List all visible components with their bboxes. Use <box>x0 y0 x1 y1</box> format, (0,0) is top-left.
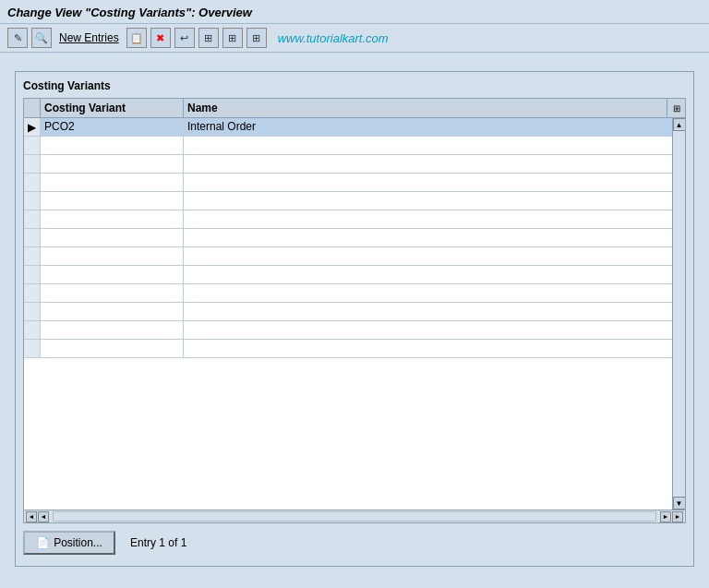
table-body: ▶ PCO2 Internal Order <box>24 118 672 510</box>
toolbar-btn-table3[interactable]: ⊞ <box>246 28 267 48</box>
horizontal-scroll-track[interactable] <box>53 511 656 522</box>
cell-costing-variant <box>41 266 184 283</box>
table-row <box>24 340 672 358</box>
table-row <box>24 137 672 155</box>
position-btn-label: Position... <box>54 536 102 549</box>
table-row <box>24 192 672 210</box>
scroll-down-arrow[interactable]: ▼ <box>673 497 686 510</box>
cell-costing-variant <box>41 210 184 228</box>
cell-name <box>184 321 672 339</box>
scroll-left-nav[interactable]: ◄ ◄ <box>24 510 51 522</box>
scroll-right-arrow[interactable]: ► <box>660 511 671 522</box>
cell-costing-variant <box>41 229 184 246</box>
table-row <box>24 266 672 284</box>
scroll-right-nav[interactable]: ► ► <box>658 510 685 522</box>
row-selector <box>24 229 41 246</box>
horizontal-scrollbar[interactable]: ◄ ◄ ► ► <box>24 510 685 522</box>
cell-name <box>184 266 672 283</box>
watermark: www.tutorialkart.com <box>278 31 389 45</box>
title-bar: Change View "Costing Variants": Overview <box>0 0 709 24</box>
toolbar-btn-undo[interactable]: ↩ <box>174 28 195 48</box>
cell-name <box>184 340 672 357</box>
table-row[interactable]: ▶ PCO2 Internal Order <box>24 118 672 137</box>
scroll-up-arrow[interactable]: ▲ <box>673 118 686 131</box>
page-title: Change View "Costing Variants": Overview <box>7 6 702 19</box>
row-selector <box>24 284 41 302</box>
main-content: Costing Variants Costing Variant Name ⊞ … <box>0 53 709 576</box>
row-selector <box>24 247 41 265</box>
cell-name[interactable]: Internal Order <box>184 118 672 136</box>
cell-name <box>184 210 672 228</box>
row-selector <box>24 155 41 173</box>
cell-name <box>184 192 672 210</box>
row-selector <box>24 174 41 191</box>
toolbar-btn-copy[interactable]: 📋 <box>126 28 147 48</box>
table-row <box>24 303 672 321</box>
cell-name <box>184 174 672 191</box>
toolbar-btn-table1[interactable]: ⊞ <box>198 28 219 48</box>
toolbar-btn-edit[interactable]: ✎ <box>7 28 28 48</box>
entry-info: Entry 1 of 1 <box>130 536 186 549</box>
cell-costing-variant <box>41 303 184 320</box>
new-entries-button[interactable]: New Entries <box>55 30 123 46</box>
cell-costing-variant <box>41 247 184 265</box>
row-selector <box>24 137 41 154</box>
table-row <box>24 229 672 247</box>
table-header: Costing Variant Name ⊞ <box>24 99 685 118</box>
toolbar-btn-search[interactable]: 🔍 <box>31 28 52 48</box>
row-selector <box>24 340 41 357</box>
scroll-left-arrow[interactable]: ◄ <box>38 511 49 522</box>
table-row <box>24 321 672 340</box>
cell-costing-variant <box>41 137 184 154</box>
table-row <box>24 210 672 229</box>
cell-costing-variant <box>41 155 184 173</box>
scroll-right-last-arrow[interactable]: ► <box>672 511 683 522</box>
toolbar-btn-delete[interactable]: ✖ <box>150 28 171 48</box>
row-selector <box>24 321 41 339</box>
position-button[interactable]: 📄 Position... <box>23 531 115 555</box>
costing-variants-panel: Costing Variants Costing Variant Name ⊞ … <box>15 71 694 567</box>
cell-name <box>184 284 672 302</box>
toolbar: ✎ 🔍 New Entries 📋 ✖ ↩ ⊞ ⊞ ⊞ www.tutorial… <box>0 24 709 53</box>
scroll-left-first-arrow[interactable]: ◄ <box>26 511 37 522</box>
cell-name <box>184 155 672 173</box>
cell-name <box>184 303 672 320</box>
panel-title: Costing Variants <box>23 79 686 92</box>
position-icon: 📄 <box>36 536 50 549</box>
table-row <box>24 247 672 266</box>
cell-costing-variant <box>41 284 184 302</box>
column-settings-button[interactable]: ⊞ <box>667 99 685 117</box>
col-header-name: Name <box>184 99 667 117</box>
data-table: Costing Variant Name ⊞ ▶ PCO2 Internal O… <box>23 98 686 523</box>
toolbar-btn-table2[interactable]: ⊞ <box>222 28 243 48</box>
vertical-scrollbar[interactable]: ▲ ▼ <box>672 118 685 510</box>
col-header-costing-variant: Costing Variant <box>41 99 184 117</box>
row-selector[interactable]: ▶ <box>24 118 41 136</box>
header-row-selector <box>24 99 41 117</box>
cell-costing-variant <box>41 174 184 191</box>
row-selector <box>24 210 41 228</box>
cell-costing-variant <box>41 321 184 339</box>
footer: 📄 Position... Entry 1 of 1 <box>23 523 686 558</box>
row-selector <box>24 266 41 283</box>
cell-name <box>184 229 672 246</box>
row-selector <box>24 303 41 320</box>
table-row <box>24 284 672 303</box>
cell-costing-variant <box>41 192 184 210</box>
row-selector <box>24 192 41 210</box>
cell-name <box>184 137 672 154</box>
table-body-wrapper: ▶ PCO2 Internal Order <box>24 118 685 510</box>
table-row <box>24 174 672 192</box>
cell-name <box>184 247 672 265</box>
scroll-track[interactable] <box>674 131 685 497</box>
cell-costing-variant <box>41 340 184 357</box>
table-row <box>24 155 672 174</box>
cell-costing-variant[interactable]: PCO2 <box>41 118 184 136</box>
